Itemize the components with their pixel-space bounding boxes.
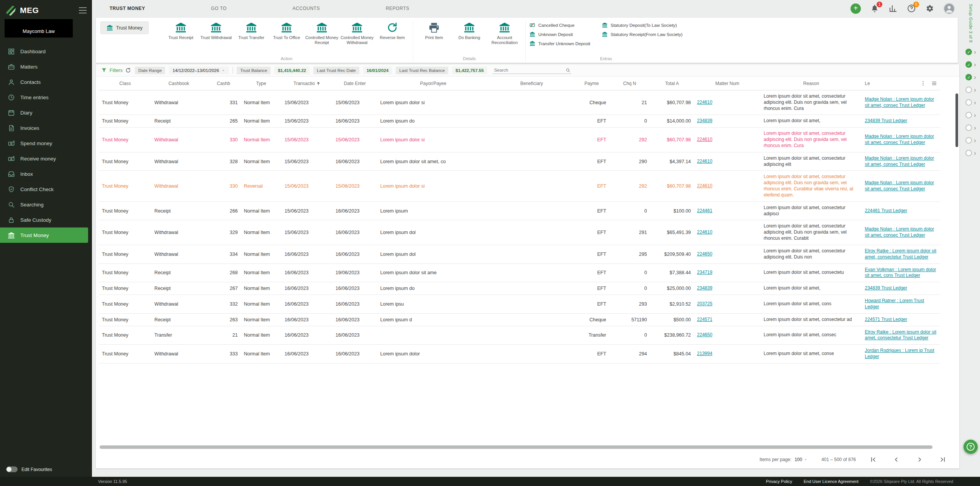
items-per-page-select[interactable]: 100 (795, 457, 808, 462)
analytics-button[interactable] (888, 4, 898, 13)
sidebar-collapse-button[interactable] (79, 7, 87, 13)
matter-number-link[interactable]: 234719 (697, 270, 712, 275)
help-button[interactable]: 0 (907, 4, 916, 13)
matter-number-link[interactable]: 224650 (697, 332, 712, 337)
extra-unknown-deposit[interactable]: Unknown Deposit (529, 31, 590, 37)
table-row[interactable]: Trust MoneyWithdrawal330Reversal15/06/20… (99, 171, 940, 201)
setup-step-1[interactable]: ✓› (965, 49, 976, 55)
column-header-chq-n[interactable]: Chq N (609, 77, 650, 90)
column-header-payor-payee[interactable]: Payor/Payee (377, 77, 489, 90)
matter-number-link[interactable]: 203725 (697, 301, 712, 306)
tab-go-to[interactable]: GO TO (211, 6, 227, 11)
action-trust-withdrawal[interactable]: Trust Withdrawal (199, 21, 233, 40)
action-reverse-item[interactable]: Reverse Item (375, 21, 409, 40)
filters-button[interactable]: Filters (101, 67, 131, 73)
previous-page-button[interactable] (893, 456, 900, 463)
date-range-value[interactable]: 14/12/2022–13/01/2026 (169, 67, 229, 74)
column-menu-icon[interactable] (931, 80, 937, 86)
table-row[interactable]: Trust MoneyWithdrawal334Normal Item16/06… (99, 245, 940, 263)
action-print-item[interactable]: Print Item (417, 21, 451, 40)
setup-step-6[interactable]: › (965, 112, 976, 118)
setup-step-5[interactable]: › (965, 99, 976, 106)
action-controlled-money-withdrawal[interactable]: Controlled Money Withdrawal (340, 21, 374, 45)
trust-ledger-link[interactable]: Madge Nolan : Lorem ipsum dolor sit amet… (865, 226, 934, 238)
table-row[interactable]: Trust MoneyReceipt263Normal Item16/06/20… (99, 313, 940, 326)
sidebar-item-contacts[interactable]: Contacts (0, 74, 92, 90)
matter-number-link[interactable]: 213994 (697, 351, 712, 356)
sidebar-item-invoices[interactable]: Invoices (0, 120, 92, 136)
table-row[interactable]: Trust MoneyWithdrawal333Normal Item16/06… (99, 345, 940, 363)
extra-statutory-deposit-to-law-society[interactable]: Statutory Deposit(To Law Society) (602, 22, 683, 28)
edit-favourites-toggle[interactable] (6, 466, 18, 472)
trust-ledger-link[interactable]: 224571 Trust Ledger (865, 317, 907, 322)
column-header-payme[interactable]: Payme (574, 77, 609, 90)
action-do-banking[interactable]: Do Banking (452, 21, 486, 40)
action-account-reconciliation[interactable]: Account Reconciliation (488, 21, 521, 45)
sidebar-item-searching[interactable]: Searching (0, 197, 92, 212)
eula-link[interactable]: End User Licence Agreement (804, 479, 859, 484)
column-header-date-enter[interactable]: Date Enter (333, 77, 377, 90)
trust-ledger-link[interactable]: Elroy Ratke : Lorem ipsum dolor sit amet… (865, 248, 936, 260)
column-header-cashb[interactable]: Cashb (206, 77, 241, 90)
table-row[interactable]: Trust MoneyTransfer21Normal Item16/06/20… (99, 326, 940, 345)
trust-ledger-link[interactable]: Madge Nolan : Lorem ipsum dolor sit amet… (865, 134, 934, 145)
add-button[interactable]: + (851, 3, 861, 14)
matter-number-link[interactable]: 224610 (697, 100, 712, 105)
setup-step-8[interactable]: › (965, 137, 976, 144)
next-page-button[interactable] (916, 456, 923, 463)
trust-ledger-link[interactable]: Madge Nolan : Lorem ipsum dolor sit amet… (865, 155, 934, 167)
trust-ledger-link[interactable]: Elroy Ratke : Lorem ipsum dolor sit amet… (865, 329, 936, 341)
tab-trust-money[interactable]: TRUST MONEY (110, 6, 145, 11)
trust-ledger-link[interactable]: 234839 Trust Ledger (865, 118, 907, 123)
trust-ledger-link[interactable]: Evan Volkman : Lorem ipsum dolor sit ame… (865, 267, 936, 278)
trust-ledger-link[interactable]: 224461 Trust Ledger (865, 208, 907, 213)
table-row[interactable]: Trust MoneyWithdrawal331Normal Item15/06… (99, 90, 940, 115)
table-row[interactable]: Trust MoneyReceipt266Normal Item15/06/20… (99, 201, 940, 220)
refresh-icon[interactable] (125, 67, 131, 73)
setup-step-9[interactable]: › (965, 150, 976, 156)
table-row[interactable]: Trust MoneyReceipt265Normal Item15/06/20… (99, 115, 940, 128)
extra-cancelled-cheque[interactable]: Cancelled Cheque (529, 22, 590, 28)
setup-step-7[interactable]: › (965, 124, 976, 131)
trust-ledger-link[interactable]: 234839 Trust Ledger (865, 285, 907, 291)
column-header-class[interactable]: Class (99, 77, 151, 90)
column-header-matter-num[interactable]: Matter Num (694, 77, 760, 90)
help-chat-button[interactable]: ? (964, 440, 978, 454)
table-row[interactable]: Trust MoneyWithdrawal330Normal Item15/06… (99, 128, 940, 152)
sidebar-item-conflict-check[interactable]: Conflict Check (0, 182, 92, 197)
sidebar-item-trust-money[interactable]: Trust Money (0, 227, 88, 243)
matter-number-link[interactable]: 224610 (697, 159, 712, 164)
sidebar-item-matters[interactable]: Matters (0, 59, 92, 74)
column-header-type[interactable]: Type (241, 77, 281, 90)
sidebar-item-diary[interactable]: Diary (0, 105, 92, 120)
column-header-le[interactable]: Le (862, 77, 940, 90)
matter-number-link[interactable]: 224650 (697, 251, 712, 257)
column-header-transactio[interactable]: Transactio (282, 77, 333, 90)
tab-accounts[interactable]: ACCOUNTS (293, 6, 320, 11)
sidebar-item-safe-custody[interactable]: Safe Custody (0, 212, 92, 227)
trust-ledger-link[interactable]: Howard Ratner : Lorem Trust Ledger (865, 298, 924, 309)
sidebar-item-receive-money[interactable]: Receive money (0, 151, 92, 166)
privacy-policy-link[interactable]: Privacy Policy (766, 479, 792, 484)
setup-guide-label[interactable]: Setup Guide 3 of 9 (969, 4, 973, 43)
action-trust-transfer[interactable]: Trust Transfer (234, 21, 268, 40)
sidebar-item-spend-money[interactable]: Spend money (0, 136, 92, 151)
search-input[interactable] (493, 67, 565, 73)
action-controlled-money-receipt[interactable]: Controlled Money Receipt (305, 21, 339, 45)
matter-number-link[interactable]: 234839 (697, 118, 712, 123)
sidebar-item-dashboard[interactable]: Dashboard (0, 44, 92, 59)
table-row[interactable]: Trust MoneyWithdrawal332Normal Item16/06… (99, 295, 940, 314)
matter-number-link[interactable]: 224610 (697, 229, 712, 235)
trust-money-tab-chip[interactable]: Trust Money (100, 21, 149, 34)
user-avatar[interactable] (944, 3, 955, 14)
table-row[interactable]: Trust MoneyWithdrawal329Normal Item15/06… (99, 220, 940, 245)
vertical-scrollbar[interactable] (955, 93, 958, 147)
last-page-button[interactable] (939, 456, 946, 463)
setup-step-4[interactable]: › (965, 87, 976, 93)
matter-number-link[interactable]: 224610 (697, 137, 712, 142)
trust-ledger-link[interactable]: Jordan Rodrigues : Lorem ip Trust Ledger (865, 348, 934, 359)
extra-statutory-receipt-from-law-society[interactable]: Statutory Receipt(From Law Society) (602, 31, 683, 37)
column-kebab-icon[interactable] (920, 80, 926, 86)
trust-ledger-link[interactable]: Madge Nolan : Lorem ipsum dolor sit amet… (865, 97, 934, 108)
setup-step-3[interactable]: ✓› (965, 74, 976, 80)
